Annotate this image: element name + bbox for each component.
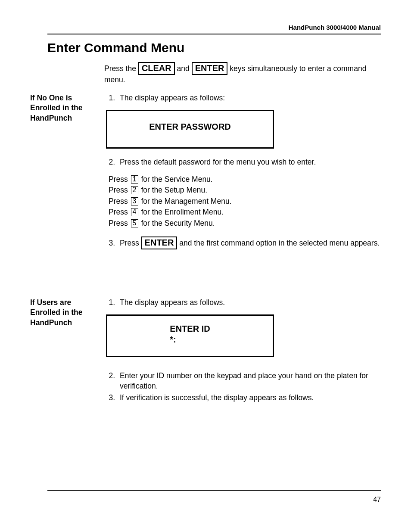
section-no-one-enrolled: If No One is Enrolled in the HandPunch T… <box>30 93 381 256</box>
s1-step2: Press the default password for the menu … <box>117 157 381 168</box>
section-users-enrolled: If Users are Enrolled in the HandPunch T… <box>30 298 381 410</box>
footer-rule <box>47 490 381 491</box>
running-header: HandPunch 3000/4000 Manual <box>47 24 381 34</box>
s2-step1: The display appears as follows. <box>117 298 381 308</box>
s1-step3: Press ENTER and the first command option… <box>117 236 381 249</box>
enter-keycap: ENTER <box>192 62 228 75</box>
digit-5-icon: 5 <box>131 219 138 227</box>
digit-1-icon: 1 <box>131 175 138 184</box>
display-text-enter-id: ENTER ID <box>170 324 210 334</box>
page-title: Enter Command Menu <box>47 40 381 55</box>
digit-3-icon: 3 <box>131 197 138 205</box>
s1-step1: The display appears as follows: <box>117 93 381 103</box>
digit-4-icon: 4 <box>131 208 138 216</box>
menu-line-5: Press 5 for the Security Menu. <box>109 218 381 229</box>
page: HandPunch 3000/4000 Manual Enter Command… <box>0 0 411 532</box>
side-heading-2: If Users are Enrolled in the HandPunch <box>30 298 101 328</box>
display-box-enter-id: ENTER ID *: <box>106 314 274 357</box>
menu-password-list: Press 1 for the Service Menu. Press 2 fo… <box>109 174 381 229</box>
display-box-password: ENTER PASSWORD <box>106 110 274 149</box>
clear-keycap: CLEAR <box>138 62 175 75</box>
intro-paragraph: Press the CLEAR and ENTER keys simultane… <box>104 62 381 85</box>
s2-step2: Enter your ID number on the keypad and p… <box>117 371 381 391</box>
enter-keycap-2: ENTER <box>141 236 177 249</box>
digit-2-icon: 2 <box>131 186 138 194</box>
page-number: 47 <box>373 496 381 504</box>
menu-line-1: Press 1 for the Service Menu. <box>109 174 381 185</box>
display-text-password: ENTER PASSWORD <box>149 121 231 132</box>
menu-line-2: Press 2 for the Setup Menu. <box>109 185 381 196</box>
side-heading-1: If No One is Enrolled in the HandPunch <box>30 93 101 124</box>
menu-line-4: Press 4 for the Enrollment Menu. <box>109 207 381 218</box>
menu-line-3: Press 3 for the Management Menu. <box>109 196 381 207</box>
intro-pre: Press the <box>104 64 138 73</box>
s2-step3: If verification is successful, the displ… <box>117 393 381 403</box>
display-text-star: *: <box>170 334 210 345</box>
intro-mid: and <box>177 64 192 73</box>
